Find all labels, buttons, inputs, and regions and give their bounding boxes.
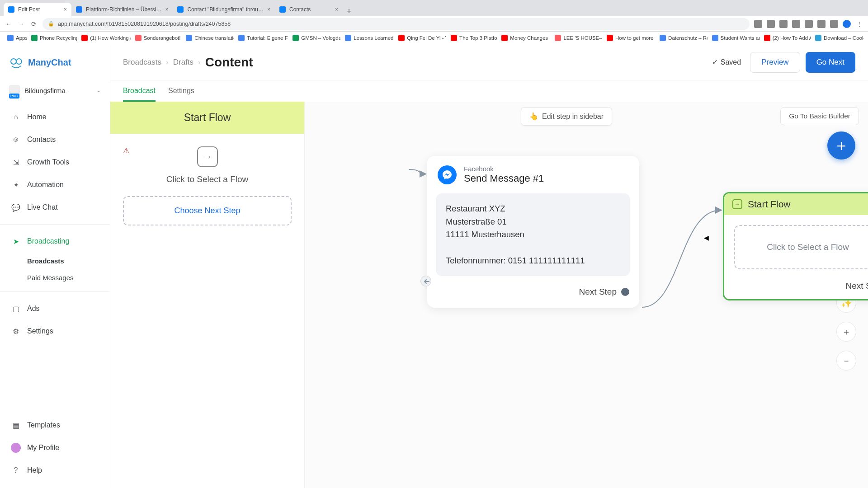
bookmark-item[interactable]: Chinese translatio…: [183, 34, 234, 42]
tab-platform-richtlinien[interactable]: Plattform-Richtlinien – Übersi… ×: [71, 3, 173, 16]
bookmark-item[interactable]: Download – Cooki…: [812, 34, 863, 42]
sidebar-sub-paid-messages[interactable]: Paid Messages: [0, 269, 110, 286]
address-bar-row: ← → ⟳ 🔒 app.manychat.com/fb1981502081919…: [0, 16, 868, 32]
tab-edit-post[interactable]: Edit Post ×: [4, 3, 71, 16]
bookmark-item[interactable]: Datenschutz – Re…: [657, 34, 707, 42]
go-next-button[interactable]: Go Next: [806, 52, 855, 73]
sidebar-sub-broadcasts[interactable]: Broadcasts: [0, 253, 110, 269]
bookmark-favicon: [764, 35, 770, 41]
home-icon: ⌂: [11, 112, 21, 122]
bookmark-item[interactable]: Tutorial: Eigene Fa…: [236, 34, 288, 42]
main-area: Broadcasts › Drafts › Content ✓Saved Pre…: [110, 44, 868, 488]
bookmark-label: Lessons Learned f…: [354, 35, 394, 41]
sidebar-item-settings[interactable]: ⚙Settings: [0, 320, 110, 343]
flow-canvas[interactable]: Start Flow ⚠ → Click to Select a Flow Ch…: [110, 102, 868, 488]
bookmark-item[interactable]: (1) How Working a…: [79, 34, 130, 42]
bookmark-item[interactable]: LEE 'S HOUSE—…: [552, 34, 602, 42]
bookmarks-apps[interactable]: Apps: [5, 34, 27, 42]
address-bar[interactable]: 🔒 app.manychat.com/fb198150208191920618/…: [42, 18, 750, 30]
bookmark-favicon: [660, 35, 666, 41]
bookmark-favicon: [292, 35, 299, 41]
tab-contacts[interactable]: Contacts ×: [275, 3, 343, 16]
close-icon[interactable]: ×: [335, 6, 338, 13]
select-flow-area[interactable]: ⚠ → Click to Select a Flow: [123, 146, 292, 184]
bookmark-item[interactable]: Sonderangebot! |…: [132, 34, 182, 42]
sidebar-item-live-chat[interactable]: 💬Live Chat: [0, 196, 110, 219]
sidebar-item-home[interactable]: ⌂Home: [0, 106, 110, 128]
sidebar-item-help[interactable]: ?Help: [0, 459, 110, 482]
forward-icon[interactable]: →: [17, 20, 25, 28]
bookmark-label: LEE 'S HOUSE—…: [563, 35, 602, 41]
chevron-down-icon: ⌄: [96, 87, 101, 94]
back-icon[interactable]: ←: [5, 20, 13, 28]
extension-icon[interactable]: [805, 20, 813, 28]
bookmarks-bar: Apps Phone Recycling… (1) How Working a……: [0, 32, 868, 44]
sidebar-item-automation[interactable]: ✦Automation: [0, 174, 110, 196]
breadcrumb-item[interactable]: Drafts: [173, 58, 193, 67]
input-port[interactable]: [420, 276, 431, 286]
bookmark-item[interactable]: Money Changes E…: [499, 34, 550, 42]
sidebar-item-contacts[interactable]: ☺Contacts: [0, 128, 110, 151]
breadcrumb-item[interactable]: Broadcasts: [123, 58, 161, 67]
close-icon[interactable]: ×: [64, 6, 67, 13]
sub-tabs: Broadcast Settings: [110, 80, 868, 102]
bookmark-item[interactable]: (2) How To Add A…: [761, 34, 811, 42]
bookmark-label: Money Changes E…: [510, 35, 550, 41]
edit-step-hint[interactable]: 👆 Edit step in sidebar: [521, 107, 612, 126]
extension-icon[interactable]: [817, 20, 826, 28]
bookmark-favicon: [7, 35, 14, 41]
bookmark-item[interactable]: Lessons Learned f…: [342, 34, 394, 42]
menu-icon[interactable]: ⋮: [855, 20, 863, 28]
sidebar-item-templates[interactable]: ▤Templates: [0, 414, 110, 436]
templates-icon: ▤: [11, 420, 21, 430]
sidebar-item-ads[interactable]: ▢Ads: [0, 297, 110, 320]
close-icon[interactable]: ×: [165, 6, 168, 13]
zoom-in-button[interactable]: ＋: [836, 322, 856, 342]
account-switcher[interactable]: Bildungsfirma ⌄: [0, 80, 110, 104]
favicon: [279, 6, 286, 13]
close-icon[interactable]: ×: [267, 6, 270, 13]
extension-icon[interactable]: [754, 20, 762, 28]
node-send-message[interactable]: Facebook Send Message #1 Restaurant XYZ …: [427, 156, 639, 308]
reload-icon[interactable]: ⟳: [30, 20, 38, 28]
bookmark-item[interactable]: The Top 3 Platfor…: [448, 34, 497, 42]
bookmark-item[interactable]: GMSN – Vologda,…: [290, 34, 340, 42]
tab-contact-bildungsfirma[interactable]: Contact "Bildungsfirma" throu… ×: [173, 3, 275, 16]
svg-point-0: [11, 59, 16, 64]
bookmark-item[interactable]: Phone Recycling…: [28, 34, 77, 42]
bookmark-favicon: [815, 35, 821, 41]
bookmark-item[interactable]: Qing Fei De Yi - Y…: [396, 34, 446, 42]
sidebar-bottom: ▤Templates My Profile ?Help: [0, 414, 110, 488]
extension-icon[interactable]: [830, 20, 838, 28]
extension-icon[interactable]: [792, 20, 800, 28]
sidebar-item-my-profile[interactable]: My Profile: [0, 436, 110, 459]
bookmark-item[interactable]: How to get more v…: [604, 34, 655, 42]
sidebar-item-broadcasting[interactable]: ➤Broadcasting: [0, 230, 110, 253]
preview-button[interactable]: Preview: [750, 52, 800, 73]
output-port[interactable]: [621, 288, 629, 296]
tab-settings[interactable]: Settings: [168, 80, 194, 102]
node-title: Start Flow: [748, 199, 791, 210]
url-text: app.manychat.com/fb198150208191920618/po…: [58, 21, 231, 27]
select-flow-placeholder[interactable]: Click to Select a Flow: [734, 225, 868, 269]
bookmark-item[interactable]: Student Wants an…: [709, 34, 760, 42]
next-step-label: Next Step: [846, 281, 868, 291]
extension-icon[interactable]: [767, 20, 775, 28]
sidebar-item-growth-tools[interactable]: ⇲Growth Tools: [0, 151, 110, 174]
new-tab-button[interactable]: +: [343, 7, 355, 16]
message-body[interactable]: Restaurant XYZ Musterstraße 01 11111 Mus…: [436, 193, 630, 276]
add-step-fab[interactable]: ＋: [827, 131, 855, 160]
extension-icon[interactable]: [779, 20, 788, 28]
svg-point-1: [16, 59, 22, 64]
choose-next-step-button[interactable]: Choose Next Step: [123, 196, 292, 225]
breadcrumb: Broadcasts › Drafts › Content: [123, 55, 253, 70]
saved-indicator: ✓Saved: [712, 58, 741, 66]
brand[interactable]: ManyChat: [0, 44, 110, 80]
profile-avatar-icon[interactable]: [843, 20, 851, 28]
bookmark-label: (2) How To Add A…: [773, 35, 811, 41]
warning-icon: ⚠: [123, 146, 129, 155]
zoom-out-button[interactable]: －: [836, 351, 856, 371]
node-start-flow[interactable]: → Start Flow Click to Select a Flow Next…: [723, 192, 868, 300]
go-basic-builder-button[interactable]: Go To Basic Builder: [780, 107, 859, 125]
tab-broadcast[interactable]: Broadcast: [123, 80, 156, 102]
